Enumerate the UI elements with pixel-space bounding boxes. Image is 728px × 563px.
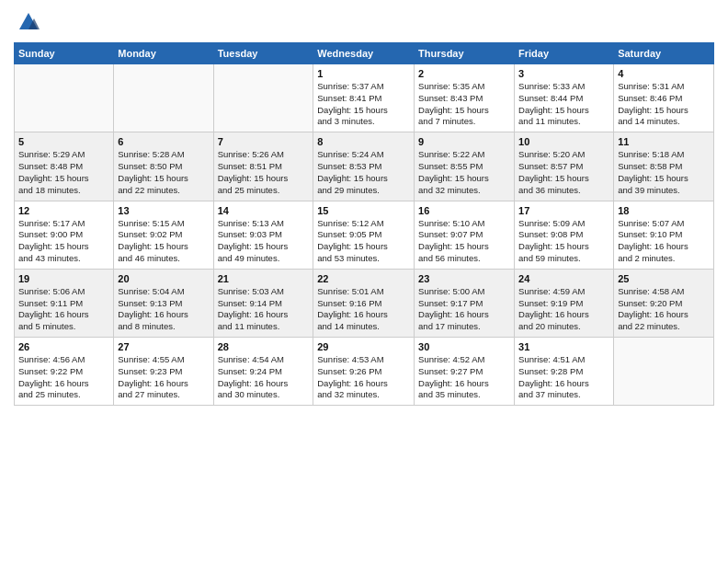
day-info: Sunrise: 4:53 AM Sunset: 9:26 PM Dayligh… [317, 354, 410, 401]
day-info: Sunrise: 5:35 AM Sunset: 8:43 PM Dayligh… [418, 81, 510, 128]
day-number: 16 [418, 205, 510, 216]
calendar-cell: 11Sunrise: 5:18 AM Sunset: 8:58 PM Dayli… [614, 132, 714, 201]
day-info: Sunrise: 5:24 AM Sunset: 8:53 PM Dayligh… [317, 149, 410, 196]
day-number: 17 [518, 205, 609, 216]
calendar-cell: 31Sunrise: 4:51 AM Sunset: 9:28 PM Dayli… [515, 338, 614, 406]
calendar-cell: 23Sunrise: 5:00 AM Sunset: 9:17 PM Dayli… [415, 269, 515, 337]
calendar-cell: 13Sunrise: 5:15 AM Sunset: 9:02 PM Dayli… [114, 201, 213, 269]
day-info: Sunrise: 5:37 AM Sunset: 8:41 PM Dayligh… [317, 81, 410, 128]
day-number: 9 [418, 136, 510, 147]
day-info: Sunrise: 5:18 AM Sunset: 8:58 PM Dayligh… [618, 149, 710, 196]
day-info: Sunrise: 5:13 AM Sunset: 9:03 PM Dayligh… [218, 218, 310, 265]
day-number: 12 [18, 205, 109, 216]
day-info: Sunrise: 5:03 AM Sunset: 9:14 PM Dayligh… [218, 286, 310, 333]
day-number: 3 [518, 68, 609, 79]
calendar-cell: 27Sunrise: 4:55 AM Sunset: 9:23 PM Dayli… [114, 338, 213, 406]
day-number: 14 [218, 205, 310, 216]
day-info: Sunrise: 5:20 AM Sunset: 8:57 PM Dayligh… [518, 149, 609, 196]
day-info: Sunrise: 5:07 AM Sunset: 9:10 PM Dayligh… [618, 218, 710, 265]
calendar-cell: 16Sunrise: 5:10 AM Sunset: 9:07 PM Dayli… [415, 201, 515, 269]
day-number: 13 [118, 205, 209, 216]
calendar-cell: 20Sunrise: 5:04 AM Sunset: 9:13 PM Dayli… [114, 269, 213, 337]
day-info: Sunrise: 4:56 AM Sunset: 9:22 PM Dayligh… [18, 354, 109, 401]
calendar-week-2: 5Sunrise: 5:29 AM Sunset: 8:48 PM Daylig… [15, 132, 714, 201]
calendar-week-3: 12Sunrise: 5:17 AM Sunset: 9:00 PM Dayli… [15, 201, 714, 269]
calendar-header-wednesday: Wednesday [313, 43, 415, 64]
day-number: 30 [418, 341, 510, 352]
calendar-cell: 7Sunrise: 5:26 AM Sunset: 8:51 PM Daylig… [213, 132, 313, 201]
day-number: 27 [118, 341, 209, 352]
day-info: Sunrise: 4:54 AM Sunset: 9:24 PM Dayligh… [218, 354, 310, 401]
day-number: 10 [518, 136, 609, 147]
calendar-cell: 8Sunrise: 5:24 AM Sunset: 8:53 PM Daylig… [313, 132, 415, 201]
page: SundayMondayTuesdayWednesdayThursdayFrid… [0, 0, 728, 415]
header [14, 9, 714, 37]
calendar-cell: 2Sunrise: 5:35 AM Sunset: 8:43 PM Daylig… [415, 64, 515, 132]
calendar-cell: 22Sunrise: 5:01 AM Sunset: 9:16 PM Dayli… [313, 269, 415, 337]
calendar-cell: 14Sunrise: 5:13 AM Sunset: 9:03 PM Dayli… [213, 201, 313, 269]
day-number: 21 [218, 273, 310, 284]
calendar-header-thursday: Thursday [415, 43, 515, 64]
calendar-cell: 29Sunrise: 4:53 AM Sunset: 9:26 PM Dayli… [313, 338, 415, 406]
calendar-cell [213, 64, 313, 132]
calendar-cell: 15Sunrise: 5:12 AM Sunset: 9:05 PM Dayli… [313, 201, 415, 269]
day-number: 23 [418, 273, 510, 284]
calendar-cell [614, 338, 714, 406]
day-number: 28 [218, 341, 310, 352]
calendar-cell: 1Sunrise: 5:37 AM Sunset: 8:41 PM Daylig… [313, 64, 415, 132]
day-info: Sunrise: 5:04 AM Sunset: 9:13 PM Dayligh… [118, 286, 209, 333]
calendar-week-5: 26Sunrise: 4:56 AM Sunset: 9:22 PM Dayli… [15, 338, 714, 406]
calendar-cell: 24Sunrise: 4:59 AM Sunset: 9:19 PM Dayli… [515, 269, 614, 337]
day-info: Sunrise: 5:26 AM Sunset: 8:51 PM Dayligh… [218, 149, 310, 196]
day-info: Sunrise: 5:17 AM Sunset: 9:00 PM Dayligh… [18, 218, 109, 265]
logo-icon [16, 9, 41, 35]
calendar-header-sunday: Sunday [15, 43, 114, 64]
day-info: Sunrise: 5:22 AM Sunset: 8:55 PM Dayligh… [418, 149, 510, 196]
calendar-header-row: SundayMondayTuesdayWednesdayThursdayFrid… [15, 43, 714, 64]
day-number: 31 [518, 341, 609, 352]
day-number: 25 [618, 273, 710, 284]
calendar-cell: 25Sunrise: 4:58 AM Sunset: 9:20 PM Dayli… [614, 269, 714, 337]
calendar-header-friday: Friday [515, 43, 614, 64]
calendar-header-monday: Monday [114, 43, 213, 64]
day-info: Sunrise: 5:15 AM Sunset: 9:02 PM Dayligh… [118, 218, 209, 265]
calendar-cell: 12Sunrise: 5:17 AM Sunset: 9:00 PM Dayli… [15, 201, 114, 269]
logo [14, 9, 41, 37]
calendar-cell: 26Sunrise: 4:56 AM Sunset: 9:22 PM Dayli… [15, 338, 114, 406]
day-number: 2 [418, 68, 510, 79]
day-info: Sunrise: 5:28 AM Sunset: 8:50 PM Dayligh… [118, 149, 209, 196]
calendar: SundayMondayTuesdayWednesdayThursdayFrid… [14, 42, 714, 406]
calendar-cell: 5Sunrise: 5:29 AM Sunset: 8:48 PM Daylig… [15, 132, 114, 201]
day-number: 29 [317, 341, 410, 352]
calendar-cell: 21Sunrise: 5:03 AM Sunset: 9:14 PM Dayli… [213, 269, 313, 337]
calendar-cell: 17Sunrise: 5:09 AM Sunset: 9:08 PM Dayli… [515, 201, 614, 269]
calendar-cell: 9Sunrise: 5:22 AM Sunset: 8:55 PM Daylig… [415, 132, 515, 201]
calendar-cell: 6Sunrise: 5:28 AM Sunset: 8:50 PM Daylig… [114, 132, 213, 201]
day-number: 22 [317, 273, 410, 284]
day-number: 1 [317, 68, 410, 79]
calendar-cell: 28Sunrise: 4:54 AM Sunset: 9:24 PM Dayli… [213, 338, 313, 406]
day-number: 26 [18, 341, 109, 352]
day-number: 19 [18, 273, 109, 284]
day-number: 6 [118, 136, 209, 147]
day-info: Sunrise: 5:33 AM Sunset: 8:44 PM Dayligh… [518, 81, 609, 128]
calendar-week-1: 1Sunrise: 5:37 AM Sunset: 8:41 PM Daylig… [15, 64, 714, 132]
day-number: 8 [317, 136, 410, 147]
calendar-cell: 18Sunrise: 5:07 AM Sunset: 9:10 PM Dayli… [614, 201, 714, 269]
day-info: Sunrise: 4:59 AM Sunset: 9:19 PM Dayligh… [518, 286, 609, 333]
day-info: Sunrise: 5:31 AM Sunset: 8:46 PM Dayligh… [618, 81, 710, 128]
day-info: Sunrise: 5:06 AM Sunset: 9:11 PM Dayligh… [18, 286, 109, 333]
day-number: 4 [618, 68, 710, 79]
calendar-header-saturday: Saturday [614, 43, 714, 64]
calendar-cell: 3Sunrise: 5:33 AM Sunset: 8:44 PM Daylig… [515, 64, 614, 132]
day-info: Sunrise: 5:00 AM Sunset: 9:17 PM Dayligh… [418, 286, 510, 333]
day-info: Sunrise: 5:01 AM Sunset: 9:16 PM Dayligh… [317, 286, 410, 333]
calendar-cell [114, 64, 213, 132]
day-info: Sunrise: 4:51 AM Sunset: 9:28 PM Dayligh… [518, 354, 609, 401]
day-info: Sunrise: 5:10 AM Sunset: 9:07 PM Dayligh… [418, 218, 510, 265]
day-number: 7 [218, 136, 310, 147]
day-number: 11 [618, 136, 710, 147]
calendar-cell: 10Sunrise: 5:20 AM Sunset: 8:57 PM Dayli… [515, 132, 614, 201]
calendar-week-4: 19Sunrise: 5:06 AM Sunset: 9:11 PM Dayli… [15, 269, 714, 337]
calendar-cell: 30Sunrise: 4:52 AM Sunset: 9:27 PM Dayli… [415, 338, 515, 406]
